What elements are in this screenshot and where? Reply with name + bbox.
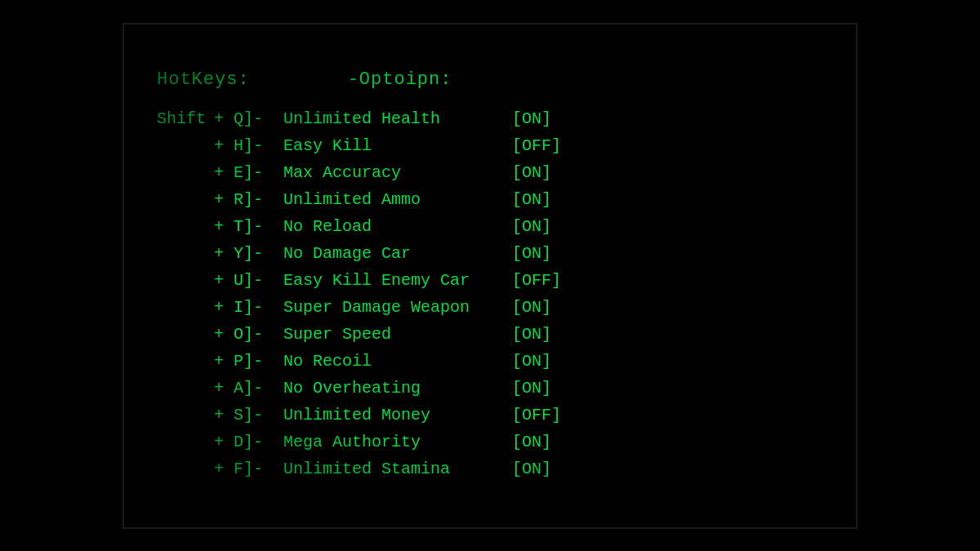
header-row: HotKeys: -Optoipn: — [157, 69, 823, 90]
option-name-10: No Overheating — [283, 375, 512, 401]
option-row: + A]-No Overheating[ON] — [157, 375, 823, 401]
option-name-5: No Damage Car — [283, 241, 512, 266]
option-status-4: [ON] — [512, 214, 551, 239]
option-row: + F]-Unlimited Stamina[ON] — [157, 456, 823, 482]
option-status-7: [ON] — [512, 295, 551, 320]
option-row: + O]-Super Speed[ON] — [157, 322, 823, 347]
hotkey-shift-0: Shift — [157, 106, 214, 131]
hotkey-key-10: + A]- — [214, 375, 283, 401]
option-status-2: [ON] — [512, 160, 551, 185]
hotkey-key-9: + P]- — [214, 349, 283, 374]
hotkey-key-2: + E]- — [214, 160, 283, 185]
option-name-3: Unlimited Ammo — [283, 187, 512, 212]
option-status-8: [ON] — [512, 322, 551, 347]
option-status-11: [OFF] — [512, 402, 561, 428]
option-row: + S]-Unlimited Money[OFF] — [157, 402, 823, 428]
option-status-10: [ON] — [512, 375, 551, 401]
option-row: + E]-Max Accuracy[ON] — [157, 160, 823, 185]
hotkeys-header: HotKeys: — [157, 69, 250, 90]
hotkey-key-5: + Y]- — [214, 241, 283, 266]
option-status-6: [OFF] — [512, 268, 561, 293]
option-row: + P]-No Recoil[ON] — [157, 349, 823, 374]
option-name-4: No Reload — [283, 214, 512, 239]
option-status-12: [ON] — [512, 429, 551, 455]
option-status-5: [ON] — [512, 241, 551, 266]
option-name-12: Mega Authority — [283, 429, 512, 455]
option-status-3: [ON] — [512, 187, 551, 212]
hotkey-key-12: + D]- — [214, 429, 283, 455]
hotkey-key-3: + R]- — [214, 187, 283, 212]
option-row: + R]-Unlimited Ammo[ON] — [157, 187, 823, 212]
option-name-9: No Recoil — [283, 349, 512, 374]
option-row: + T]-No Reload[ON] — [157, 214, 823, 239]
option-name-11: Unlimited Money — [283, 402, 512, 428]
option-status-0: [ON] — [512, 106, 551, 131]
hotkey-key-6: + U]- — [214, 268, 283, 293]
hotkey-key-11: + S]- — [214, 402, 283, 428]
hotkey-key-8: + O]- — [214, 322, 283, 347]
hotkey-key-0: + Q]- — [214, 106, 283, 131]
option-row: + U]-Easy Kill Enemy Car[OFF] — [157, 268, 823, 293]
option-name-2: Max Accuracy — [283, 160, 512, 185]
option-name-1: Easy Kill — [283, 133, 512, 158]
options-list: Shift+ Q]-Unlimited Health[ON]+ H]-Easy … — [157, 106, 823, 482]
hotkey-key-1: + H]- — [214, 133, 283, 158]
option-status-9: [ON] — [512, 349, 551, 374]
option-row: + I]-Super Damage Weapon[ON] — [157, 295, 823, 320]
option-row: + H]-Easy Kill[OFF] — [157, 133, 823, 158]
option-name-13: Unlimited Stamina — [283, 456, 512, 482]
hotkey-key-13: + F]- — [214, 456, 283, 482]
option-name-8: Super Speed — [283, 322, 512, 347]
option-status-13: [ON] — [512, 456, 551, 482]
hotkey-key-7: + I]- — [214, 295, 283, 320]
option-header: -Optoipn: — [348, 69, 452, 90]
option-name-6: Easy Kill Enemy Car — [283, 268, 512, 293]
option-name-7: Super Damage Weapon — [283, 295, 512, 320]
cheat-panel: HotKeys: -Optoipn: Shift+ Q]-Unlimited H… — [124, 45, 856, 506]
hotkey-key-4: + T]- — [214, 214, 283, 239]
option-name-0: Unlimited Health — [283, 106, 512, 131]
option-status-1: [OFF] — [512, 133, 561, 158]
option-row: + D]-Mega Authority[ON] — [157, 429, 823, 455]
main-container: HotKeys: -Optoipn: Shift+ Q]-Unlimited H… — [122, 23, 858, 529]
option-row: Shift+ Q]-Unlimited Health[ON] — [157, 106, 823, 131]
option-row: + Y]-No Damage Car[ON] — [157, 241, 823, 266]
